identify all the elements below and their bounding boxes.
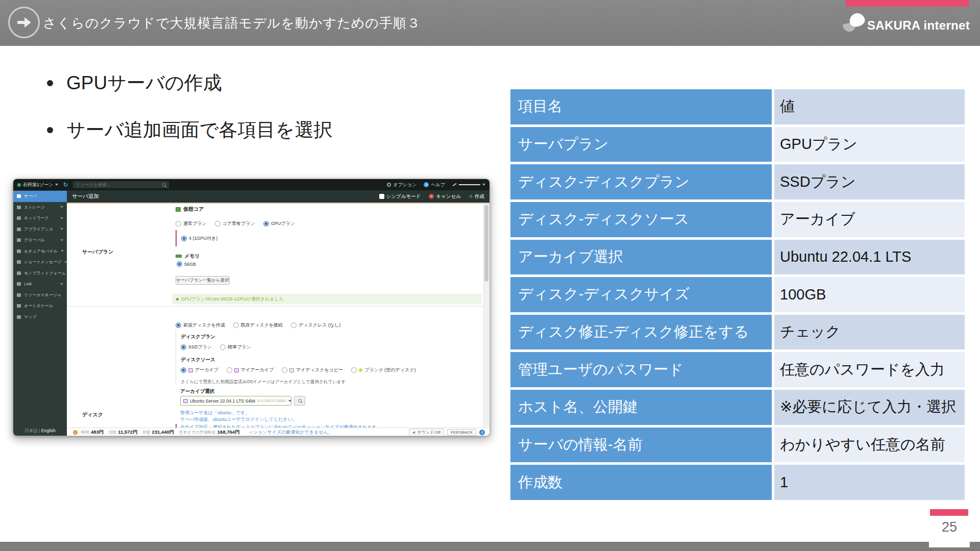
disk-source-option[interactable]: ブランク (空のディスク) bbox=[351, 367, 415, 373]
table-row-value: 1 bbox=[774, 465, 965, 500]
disk-mode-option[interactable]: 既存ディスクを接続 bbox=[233, 322, 283, 329]
sidebar-item[interactable]: ショートメッセージ bbox=[13, 257, 67, 268]
create-button[interactable]: + 作成 bbox=[469, 193, 484, 200]
virtual-core-heading: 仮想コア bbox=[176, 206, 204, 213]
lang-en[interactable]: English bbox=[41, 428, 56, 433]
cancel-button[interactable]: × キャンセル bbox=[429, 193, 461, 200]
sidebar-item[interactable]: アプライアンス bbox=[13, 224, 67, 235]
scrollbar[interactable] bbox=[483, 204, 489, 428]
price-item: 月末までの予測料金 168,764円 bbox=[179, 429, 239, 436]
zone-selector[interactable]: 石狩第1ゾーン bbox=[17, 182, 58, 188]
radio-icon[interactable] bbox=[233, 322, 239, 328]
account-name-redacted bbox=[459, 184, 480, 185]
sidebar-item[interactable]: セキュアモバイル bbox=[13, 246, 67, 257]
sidebar-item[interactable]: サーバ bbox=[13, 191, 67, 202]
disk-mode-option[interactable]: ディスクレス (なし) bbox=[291, 322, 340, 329]
disk-plan-option[interactable]: SSDプラン bbox=[181, 344, 212, 350]
console-body: 日本語 | English サーバ ストレージ bbox=[13, 190, 489, 436]
price-item: 月額 231,440円 bbox=[142, 429, 174, 436]
checkbox-icon[interactable] bbox=[379, 194, 384, 199]
radio-icon[interactable] bbox=[291, 322, 297, 328]
bullet-dot bbox=[47, 80, 53, 86]
search-icon bbox=[162, 183, 166, 187]
radio-icon[interactable] bbox=[177, 261, 182, 267]
disk-source-radio-group: アーカイブ マイアーカイブ bbox=[181, 367, 482, 373]
coin-icon bbox=[73, 430, 78, 435]
radio-icon[interactable] bbox=[215, 221, 220, 227]
radio-icon[interactable] bbox=[282, 367, 287, 373]
options-button[interactable]: オプション bbox=[387, 182, 416, 188]
radio-icon[interactable] bbox=[263, 221, 269, 227]
radio-icon[interactable] bbox=[181, 344, 186, 350]
plan-radio-option[interactable]: 通常プラン bbox=[176, 220, 207, 227]
disk-source-option[interactable]: アーカイブ bbox=[181, 367, 218, 373]
simple-mode-toggle[interactable]: シンプルモード bbox=[379, 193, 421, 200]
help-icon: ? bbox=[424, 182, 429, 187]
price-value: 483円 bbox=[91, 429, 104, 436]
sidebar-item-icon bbox=[17, 206, 21, 209]
accent-bar-bottom bbox=[930, 509, 968, 516]
disk-plan-heading: ディスクプラン bbox=[181, 334, 482, 340]
sidebar-item-icon bbox=[17, 216, 21, 220]
search-input[interactable] bbox=[76, 182, 160, 187]
disk-source-option[interactable]: マイアーカイブ bbox=[227, 367, 274, 373]
sidebar-item-icon bbox=[17, 260, 21, 264]
sidebar-item[interactable]: ネットワーク bbox=[13, 213, 67, 224]
scrollbar-thumb[interactable] bbox=[484, 205, 488, 282]
plan-list-button[interactable]: サーバプラン一覧から選択 bbox=[176, 276, 230, 285]
radio-icon[interactable] bbox=[220, 344, 226, 350]
sidebar-item-label: アプライアンス bbox=[24, 227, 53, 232]
radio-icon[interactable] bbox=[351, 367, 357, 373]
disk-plan-option[interactable]: 標準プラン bbox=[220, 344, 251, 350]
disk-source-note: さくらにて用意した初期設定済みOSイメージはアーカイブとして提供されています bbox=[181, 379, 482, 385]
gpu-core-option-block: 4 (1GPU付き) bbox=[176, 230, 217, 246]
memory-radio-option[interactable]: 56GB bbox=[177, 261, 196, 267]
memory-radio-label: 56GB bbox=[184, 262, 196, 267]
feedback-button[interactable]: FEEDBACK bbox=[447, 429, 476, 436]
archive-select-heading: アーカイブ選択 bbox=[180, 388, 214, 395]
info-icon[interactable]: i bbox=[479, 430, 485, 435]
archive-dropdown-value: Ubuntu Server 22.04.1 LTS 64bit bbox=[190, 398, 255, 404]
sidebar-item-icon bbox=[17, 271, 21, 275]
refresh-icon[interactable]: ↻ bbox=[63, 182, 68, 188]
disk-source-option[interactable]: マイディスクをコピー bbox=[282, 367, 343, 373]
radio-icon[interactable] bbox=[181, 367, 186, 373]
sidebar-item[interactable]: リソースマネージャ bbox=[13, 290, 67, 301]
resource-search[interactable] bbox=[73, 181, 169, 188]
sidebar-item[interactable]: LAB bbox=[13, 279, 67, 290]
sidebar-item[interactable]: ストレージ bbox=[13, 202, 67, 213]
sidebar-item-label: グローバル bbox=[24, 237, 45, 243]
sidebar-item[interactable]: モノプラットフォーム bbox=[13, 268, 67, 279]
plan-radio-option[interactable]: コア専有プラン bbox=[215, 220, 255, 227]
core-radio-option[interactable]: 4 (1GPU付き) bbox=[181, 235, 217, 242]
table-row-key: 管理ユーザのパスワード bbox=[510, 352, 772, 387]
radio-icon[interactable] bbox=[181, 236, 187, 241]
help-button[interactable]: ? ヘルプ bbox=[424, 182, 445, 188]
radio-icon[interactable] bbox=[176, 322, 181, 328]
plan-radio-option[interactable]: GPUプラン bbox=[263, 220, 295, 227]
sidebar-item-label: セキュアモバイル bbox=[24, 248, 58, 254]
cloud-console-screenshot: 石狩第1ゾーン ↻ オプション ? ヘルプ bbox=[13, 179, 490, 436]
sidebar-item-icon bbox=[17, 228, 21, 231]
plan-radio-label: 通常プラン bbox=[183, 220, 207, 227]
price-value: 11,572円 bbox=[118, 429, 137, 436]
disk-mode-option[interactable]: 新規ディスクを作成 bbox=[176, 322, 225, 329]
lang-separator: | bbox=[39, 428, 40, 433]
size-note: 全サイズ対応：選択されたディスクプランに合わせてパーティションサイズが最適化され… bbox=[176, 424, 381, 428]
account-menu[interactable] bbox=[452, 184, 485, 186]
archive-search-button[interactable] bbox=[294, 396, 305, 406]
sound-toggle-button[interactable]: サウンド:Off bbox=[409, 429, 444, 436]
language-switcher[interactable]: 日本語 | English bbox=[13, 428, 67, 434]
sidebar-item[interactable]: グローバル bbox=[13, 235, 67, 246]
zone-name: 石狩第1ゾーン bbox=[23, 182, 53, 188]
disk-mode-label: 新規ディスクを作成 bbox=[183, 322, 225, 329]
radio-icon[interactable] bbox=[176, 221, 181, 227]
archive-dropdown[interactable]: Ubuntu Server 22.04.1 LTS 64bit #1134020… bbox=[180, 396, 291, 406]
lang-ja[interactable]: 日本語 bbox=[24, 428, 38, 433]
sidebar-item[interactable]: マップ bbox=[13, 312, 67, 323]
radio-icon[interactable] bbox=[227, 367, 232, 373]
disk-plan-label: SSDプラン bbox=[188, 344, 212, 350]
sidebar-item[interactable]: オートスケール bbox=[13, 300, 67, 312]
zone-status-icon bbox=[17, 183, 21, 187]
price-statusbar: 時間 483円 日額 11,572円 月額 231,440円 bbox=[67, 428, 489, 436]
